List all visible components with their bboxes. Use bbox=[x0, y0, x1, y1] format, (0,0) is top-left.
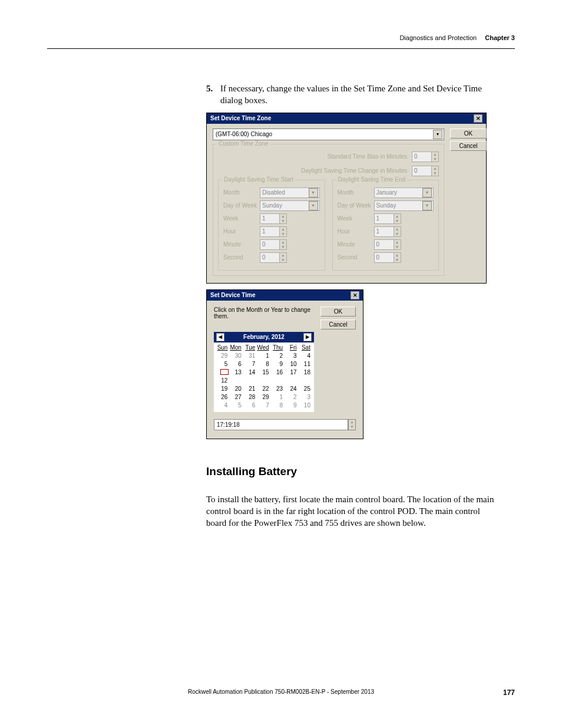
cancel-button[interactable]: Cancel bbox=[320, 319, 356, 330]
day-cell[interactable]: 8 bbox=[271, 401, 285, 410]
ok-button[interactable]: OK bbox=[450, 129, 487, 139]
day-cell[interactable]: 20 bbox=[229, 385, 243, 393]
start-week-stepper[interactable]: 1▲▼ bbox=[260, 213, 287, 224]
day-cell[interactable]: 21 bbox=[243, 385, 257, 393]
day-cell[interactable]: 9 bbox=[271, 360, 285, 368]
day-cell[interactable]: 18 bbox=[299, 368, 312, 385]
end-dow-select[interactable]: Sunday▼ bbox=[374, 200, 434, 211]
start-second-stepper[interactable]: 0▲▼ bbox=[260, 252, 287, 263]
label-month: Month bbox=[223, 189, 260, 196]
std-bias-stepper[interactable]: 0 ▲▼ bbox=[412, 151, 439, 162]
day-cell[interactable]: 10 bbox=[285, 360, 298, 368]
day-cell[interactable]: 1 bbox=[271, 393, 285, 401]
close-icon[interactable]: ✕ bbox=[351, 291, 359, 299]
day-cell[interactable]: 3 bbox=[285, 352, 298, 360]
day-cell[interactable]: 31 bbox=[243, 352, 257, 360]
end-week-stepper[interactable]: 1▲▼ bbox=[374, 213, 401, 224]
start-minute-stepper[interactable]: 0▲▼ bbox=[260, 239, 287, 250]
day-cell[interactable]: 22 bbox=[257, 385, 270, 393]
start-month-select[interactable]: Disabled▼ bbox=[260, 187, 320, 198]
day-cell[interactable]: 25 bbox=[299, 385, 312, 393]
label-week: Week bbox=[338, 215, 374, 222]
label-month: Month bbox=[338, 189, 374, 196]
end-month-select[interactable]: January▼ bbox=[374, 187, 434, 198]
day-cell[interactable]: 9 bbox=[285, 401, 298, 410]
day-cell[interactable]: 16 bbox=[271, 368, 285, 385]
step-5: 5. If necessary, change the values in th… bbox=[206, 83, 500, 107]
day-cell[interactable]: 6 bbox=[243, 401, 257, 410]
timezone-select[interactable]: (GMT-06:00) Chicago ▼ bbox=[213, 129, 444, 140]
end-second-stepper[interactable]: 0▲▼ bbox=[374, 252, 401, 263]
calendar-week-row: 26 27 28 29 1 2 3 bbox=[216, 393, 312, 401]
next-month-button[interactable]: ▶ bbox=[303, 333, 312, 341]
day-cell[interactable]: 4 bbox=[299, 352, 312, 360]
end-minute-stepper[interactable]: 0▲▼ bbox=[374, 239, 401, 250]
day-cell[interactable]: 6 bbox=[229, 360, 243, 368]
page-header: Diagnostics and Protection Chapter 3 bbox=[47, 34, 515, 41]
day-cell[interactable]: 8 bbox=[257, 360, 270, 368]
calendar-month-label[interactable]: February, 2012 bbox=[243, 334, 285, 340]
day-cell[interactable]: 23 bbox=[271, 385, 285, 393]
day-cell[interactable]: 5 bbox=[216, 360, 229, 368]
label-dow: Day of Week bbox=[223, 202, 260, 209]
day-cell[interactable]: 24 bbox=[285, 385, 298, 393]
label-hour: Hour bbox=[338, 228, 374, 235]
dst-change-stepper[interactable]: 0 ▲▼ bbox=[412, 166, 439, 176]
custom-time-zone-group: Custom Time Zone Standard Time Bias in M… bbox=[213, 144, 444, 276]
day-cell[interactable]: 29 bbox=[216, 352, 229, 360]
dow-cell: Tue bbox=[243, 344, 257, 352]
dst-start-group: Daylight Saving Time Start Month Disable… bbox=[218, 180, 325, 271]
chevron-down-icon: ▼ bbox=[422, 188, 432, 197]
spin-down-icon: ▼ bbox=[394, 258, 401, 262]
spin-down-icon: ▼ bbox=[394, 245, 401, 249]
day-cell[interactable]: 30 bbox=[229, 352, 243, 360]
day-cell[interactable]: 2 bbox=[271, 352, 285, 360]
start-dow-select[interactable]: Sunday▼ bbox=[260, 200, 320, 211]
day-cell[interactable]: 7 bbox=[243, 360, 257, 368]
today-marker-icon bbox=[220, 369, 229, 375]
group-label: Daylight Saving Time End bbox=[336, 176, 408, 183]
timezone-value: (GMT-06:00) Chicago bbox=[216, 131, 272, 137]
spin-up-icon[interactable]: ▲ bbox=[349, 420, 355, 424]
end-hour-stepper[interactable]: 1▲▼ bbox=[374, 226, 401, 237]
spin-up-icon: ▲ bbox=[394, 253, 401, 258]
day-cell[interactable]: 27 bbox=[229, 393, 243, 401]
day-cell[interactable]: 13 bbox=[229, 368, 243, 385]
ok-button[interactable]: OK bbox=[320, 307, 356, 317]
day-cell[interactable]: 2 bbox=[285, 393, 298, 401]
day-cell[interactable]: 10 bbox=[299, 401, 312, 410]
day-cell[interactable]: 19 bbox=[216, 385, 229, 393]
dow-cell: Thu bbox=[271, 344, 285, 352]
day-cell[interactable]: 29 bbox=[257, 393, 270, 401]
day-cell[interactable]: 7 bbox=[257, 401, 270, 410]
spin-up-icon: ▲ bbox=[432, 152, 438, 157]
dow-cell: Sat bbox=[299, 344, 312, 352]
spin-down-icon[interactable]: ▼ bbox=[349, 424, 355, 429]
chevron-down-icon: ▼ bbox=[433, 130, 442, 139]
day-cell[interactable]: 1 bbox=[257, 352, 270, 360]
body-paragraph: To install the battery, first locate the… bbox=[206, 493, 500, 529]
header-rule bbox=[47, 48, 515, 49]
day-cell[interactable]: 14 bbox=[243, 368, 257, 385]
start-hour-stepper[interactable]: 1▲▼ bbox=[260, 226, 287, 237]
spin-down-icon: ▼ bbox=[432, 157, 438, 162]
spin-up-icon: ▲ bbox=[280, 214, 286, 219]
day-cell[interactable]: 4 bbox=[216, 401, 229, 410]
spin-down-icon: ▼ bbox=[432, 171, 438, 176]
day-cell[interactable]: 11 bbox=[299, 360, 312, 368]
day-cell-today[interactable]: 12 bbox=[216, 368, 229, 385]
day-cell[interactable]: 3 bbox=[299, 393, 312, 401]
prev-month-button[interactable]: ◀ bbox=[216, 333, 224, 341]
dialog-title: Set Device Time bbox=[210, 292, 256, 298]
day-cell[interactable]: 15 bbox=[257, 368, 270, 385]
day-cell[interactable]: 5 bbox=[229, 401, 243, 410]
calendar-week-row: 12 13 14 15 16 17 18 bbox=[216, 368, 312, 385]
close-icon[interactable]: ✕ bbox=[474, 114, 482, 123]
day-cell[interactable]: 28 bbox=[243, 393, 257, 401]
time-input[interactable]: 17:19:18 bbox=[214, 419, 348, 430]
dow-cell: Sun bbox=[216, 344, 229, 352]
calendar-week-row: 29 30 31 1 2 3 4 bbox=[216, 352, 312, 360]
day-cell[interactable]: 26 bbox=[216, 393, 229, 401]
cancel-button[interactable]: Cancel bbox=[450, 141, 487, 151]
day-cell[interactable]: 17 bbox=[285, 368, 298, 385]
